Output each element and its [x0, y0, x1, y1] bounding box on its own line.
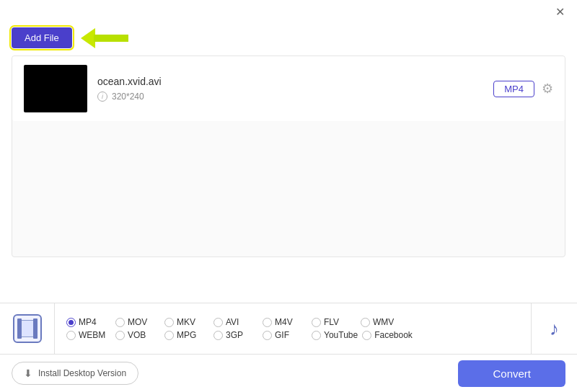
- radio-mp4: [66, 318, 76, 327]
- format-icon-area[interactable]: [0, 303, 55, 355]
- file-resolution: 320*240: [112, 92, 144, 102]
- format-option-webm[interactable]: WEBM: [66, 330, 111, 340]
- file-name: ocean.xvid.avi: [97, 76, 483, 87]
- format-option-mp4[interactable]: MP4: [66, 317, 111, 327]
- convert-button[interactable]: Convert: [458, 360, 565, 387]
- radio-gif: [263, 331, 272, 340]
- bottom-bar: ⬇ Install Desktop Version Convert: [0, 355, 577, 392]
- format-bar: MP4 MOV MKV AVI M4V FLV: [0, 303, 577, 355]
- radio-flv: [312, 318, 321, 327]
- arrow-body: [94, 35, 128, 42]
- radio-avi: [213, 318, 223, 327]
- file-info: ocean.xvid.avi i 320*240: [97, 76, 483, 102]
- add-file-button[interactable]: Add File: [12, 27, 72, 48]
- format-option-mpg[interactable]: MPG: [164, 330, 209, 340]
- radio-mkv: [164, 318, 174, 327]
- format-row-1: MP4 MOV MKV AVI M4V FLV: [66, 317, 519, 327]
- settings-icon[interactable]: ⚙: [542, 81, 553, 97]
- file-meta: i 320*240: [97, 92, 483, 102]
- format-option-flv[interactable]: FLV: [312, 317, 356, 327]
- format-row-2: WEBM VOB MPG 3GP GIF YouTube: [66, 330, 519, 340]
- file-actions: MP4 ⚙: [493, 81, 553, 97]
- format-option-youtube[interactable]: YouTube: [312, 330, 358, 340]
- format-option-mov[interactable]: MOV: [115, 317, 160, 327]
- radio-youtube: [312, 331, 321, 340]
- close-button[interactable]: ✕: [551, 3, 568, 20]
- title-bar: ✕: [0, 0, 577, 23]
- arrow-indicator: [81, 28, 128, 48]
- radio-wmv: [361, 318, 370, 327]
- arrow-head: [81, 28, 95, 48]
- install-label: Install Desktop Version: [38, 368, 126, 378]
- radio-3gp: [213, 331, 223, 340]
- radio-vob: [115, 331, 125, 340]
- format-option-3gp[interactable]: 3GP: [213, 330, 258, 340]
- radio-mov: [115, 318, 125, 327]
- format-option-vob[interactable]: VOB: [115, 330, 160, 340]
- radio-facebook: [362, 331, 371, 340]
- film-icon: [13, 314, 42, 343]
- file-item: ocean.xvid.avi i 320*240 MP4 ⚙: [12, 56, 565, 121]
- file-list: ocean.xvid.avi i 320*240 MP4 ⚙: [12, 55, 565, 257]
- format-option-mkv[interactable]: MKV: [164, 317, 209, 327]
- radio-m4v: [263, 318, 272, 327]
- music-icon: ♪: [550, 318, 559, 340]
- file-thumbnail: [24, 65, 87, 112]
- format-option-m4v[interactable]: M4V: [263, 317, 307, 327]
- music-icon-area[interactable]: ♪: [531, 303, 577, 355]
- format-badge[interactable]: MP4: [493, 81, 534, 97]
- film-inner: [21, 320, 34, 337]
- format-options: MP4 MOV MKV AVI M4V FLV: [55, 311, 531, 346]
- format-option-gif[interactable]: GIF: [263, 330, 307, 340]
- install-desktop-button[interactable]: ⬇ Install Desktop Version: [12, 362, 138, 385]
- format-option-wmv[interactable]: WMV: [361, 317, 405, 327]
- download-icon: ⬇: [24, 368, 32, 379]
- radio-mpg: [164, 331, 174, 340]
- info-icon[interactable]: i: [97, 92, 107, 102]
- format-option-avi[interactable]: AVI: [213, 317, 258, 327]
- radio-webm: [66, 331, 76, 340]
- toolbar: Add File: [0, 23, 577, 55]
- format-option-facebook[interactable]: Facebook: [362, 330, 413, 340]
